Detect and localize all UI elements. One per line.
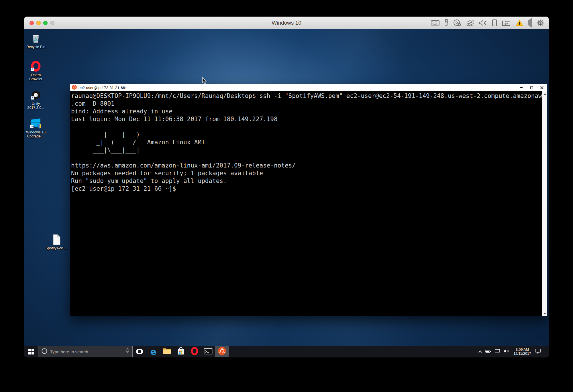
terminal-close-button[interactable] xyxy=(537,84,547,91)
minimize-window-button[interactable] xyxy=(36,21,41,25)
command-prompt-icon xyxy=(204,348,213,356)
terminal-prompt-line: [ec2-user@ip-172-31-21-66 ~]$ xyxy=(71,185,542,193)
action-center-icon[interactable] xyxy=(535,348,541,355)
settings-gear-icon[interactable] xyxy=(537,19,544,27)
cd-eject-icon[interactable] xyxy=(453,19,461,27)
mac-titlebar[interactable]: Windows 10 xyxy=(24,17,549,29)
sound-icon[interactable] xyxy=(479,19,487,26)
recycle-bin-icon xyxy=(30,32,42,44)
terminal-line: raunaq@DESKTOP-IP9QLU9:/mnt/c/Users/Raun… xyxy=(71,92,542,100)
desktop-icon-windows10-upgrade[interactable]: Windows 10 Upgrade ... xyxy=(26,117,46,138)
terminal-controls xyxy=(516,84,547,91)
terminal-line-ascii-art: ___|\___|___| xyxy=(71,146,542,154)
clock-time: 3:09 AM xyxy=(513,348,531,352)
close-window-button[interactable] xyxy=(30,21,34,25)
running-indicator xyxy=(190,357,199,358)
network-status-icon[interactable] xyxy=(495,349,500,354)
start-button[interactable] xyxy=(24,346,38,357)
desktop-icon-label: Recycle Bin xyxy=(25,45,47,49)
file-explorer-icon xyxy=(163,348,171,356)
opera-icon xyxy=(30,60,42,72)
terminal-title: ec2-user@ip-172-31-21-66:~ xyxy=(79,86,516,90)
desktop-icon-recycle-bin[interactable]: Recycle Bin xyxy=(26,32,46,49)
shortcut-arrow-icon xyxy=(30,124,34,129)
volume-icon[interactable] xyxy=(504,349,509,354)
terminal-window: ec2-user@ip-172-31-21-66:~ raunaq@DESKTO… xyxy=(70,84,547,316)
taskbar-app-file-explorer[interactable] xyxy=(160,346,174,357)
windows-desktop: Recycle Bin Opera Browser Unity 2017.2.0… xyxy=(24,29,549,357)
terminal-minimize-button[interactable] xyxy=(516,84,526,91)
taskbar-app-opera[interactable] xyxy=(188,346,201,357)
task-view-button[interactable] xyxy=(133,346,146,357)
terminal-line-ascii-art: _| ( / Amazon Linux AMI xyxy=(71,139,542,146)
task-view-icon xyxy=(136,348,143,355)
taskbar-clock[interactable]: 3:09 AM 12/11/2017 xyxy=(513,348,531,356)
terminal-line xyxy=(71,123,542,131)
taskbar-app-ubuntu-bash[interactable] xyxy=(215,346,229,357)
microphone-icon[interactable] xyxy=(125,348,129,355)
terminal-line: bind: Address already in use xyxy=(71,108,542,115)
terminal-scrollbar[interactable] xyxy=(542,91,547,316)
terminal-line xyxy=(71,154,542,162)
usb-icon[interactable] xyxy=(444,19,448,27)
desktop-icon-label: SpotifyAWS... xyxy=(45,246,68,250)
scroll-down-icon[interactable] xyxy=(542,311,547,316)
search-input[interactable] xyxy=(50,349,123,354)
desktop-icon-spotifyaws[interactable]: SpotifyAWS... xyxy=(47,233,66,250)
system-tray: 3:09 AM 12/11/2017 xyxy=(479,346,549,357)
vm-window: Windows 10 Recycle Bin xyxy=(24,17,549,357)
removable-disk-icon[interactable] xyxy=(492,19,497,27)
zoom-window-button[interactable] xyxy=(43,21,48,25)
unity-icon xyxy=(30,89,42,101)
desktop-icon-label: Opera Browser xyxy=(25,73,47,81)
taskbar-search[interactable] xyxy=(38,346,133,357)
windows-logo-icon xyxy=(28,349,34,354)
keyboard-icon[interactable] xyxy=(431,20,439,26)
terminal-line: Run "sudo yum update" to apply all updat… xyxy=(71,177,542,185)
running-indicator xyxy=(203,357,213,358)
store-icon xyxy=(177,347,185,356)
windows-upgrade-icon xyxy=(30,117,42,129)
terminal-line: Last login: Mon Dec 11 11:06:38 2017 fro… xyxy=(71,115,542,123)
document-icon xyxy=(52,233,61,245)
scroll-up-icon[interactable] xyxy=(542,91,547,96)
terminal-line: https://aws.amazon.com/amazon-linux-ami/… xyxy=(71,162,542,170)
network-icon[interactable] xyxy=(466,19,474,26)
running-indicator xyxy=(217,357,227,358)
vm-toolbar xyxy=(431,17,544,29)
shared-folder-icon[interactable] xyxy=(502,19,511,26)
traffic-lights xyxy=(30,17,54,29)
taskbar-app-command-prompt[interactable] xyxy=(201,346,215,357)
ubuntu-icon xyxy=(218,347,226,356)
terminal-titlebar[interactable]: ec2-user@ip-172-31-21-66:~ xyxy=(70,84,547,91)
terminal-output[interactable]: raunaq@DESKTOP-IP9QLU9:/mnt/c/Users/Raun… xyxy=(70,91,542,316)
shortcut-arrow-icon xyxy=(31,96,34,101)
cortana-icon xyxy=(41,348,48,355)
desktop-icon-label: Windows 10 Upgrade ... xyxy=(25,130,47,138)
desktop-icon-unity[interactable]: Unity 2017.2.0... xyxy=(26,89,46,110)
inactive-window-button[interactable] xyxy=(50,21,54,25)
terminal-line: No packages needed for security; 1 packa… xyxy=(71,170,542,177)
collapse-toolbar-icon[interactable] xyxy=(528,20,532,25)
edge-icon: e xyxy=(150,347,156,356)
terminal-maximize-button[interactable] xyxy=(526,84,537,91)
taskbar-app-store[interactable] xyxy=(174,346,188,357)
ubuntu-icon xyxy=(72,85,77,91)
desktop-icon-opera[interactable]: Opera Browser xyxy=(26,60,46,81)
taskbar: e xyxy=(24,346,549,357)
screen: Windows 10 Recycle Bin xyxy=(0,0,573,392)
mouse-cursor xyxy=(202,77,207,85)
clock-date: 12/11/2017 xyxy=(513,352,531,356)
warning-icon[interactable] xyxy=(515,19,523,26)
opera-icon xyxy=(191,347,199,356)
terminal-line-ascii-art: __| __|_ ) xyxy=(71,131,542,139)
terminal-line: .com -D 8001 xyxy=(71,100,542,108)
shortcut-arrow-icon xyxy=(31,67,34,72)
taskbar-app-edge[interactable]: e xyxy=(146,346,160,357)
show-hidden-icons-chevron[interactable] xyxy=(478,350,482,354)
desktop-icon-label: Unity 2017.2.0... xyxy=(25,102,47,110)
power-icon[interactable] xyxy=(485,349,491,354)
